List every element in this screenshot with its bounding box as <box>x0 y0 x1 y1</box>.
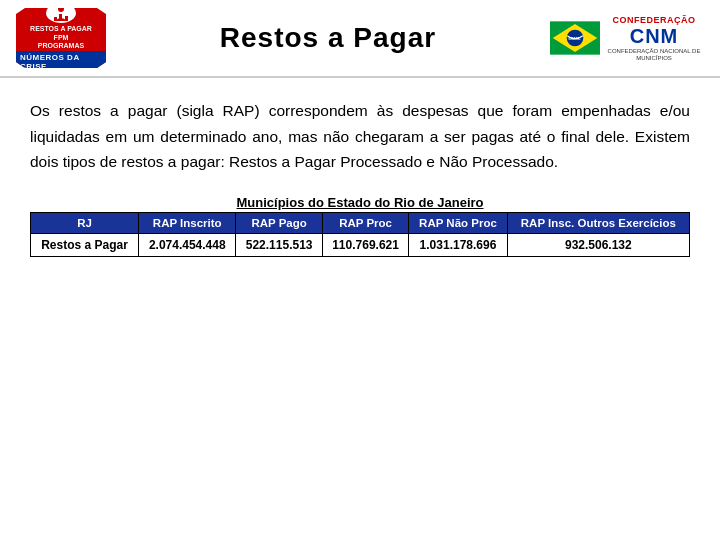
svg-rect-3 <box>65 16 68 21</box>
description-text: Os restos a pagar (sigla RAP) correspond… <box>30 98 690 175</box>
logo-icon <box>46 3 76 23</box>
logo-left: RESTOS A PAGAR FPM PROGRAMAS NÚMEROS DA … <box>16 8 106 68</box>
main-content: Os restos a pagar (sigla RAP) correspond… <box>0 78 720 540</box>
cnm-logo: CONFEDERAÇÃO CNM CONFEDERAÇÃO NACIONAL D… <box>604 15 704 61</box>
svg-rect-2 <box>59 14 62 21</box>
cell-rap-inscrito: 2.074.454.448 <box>139 233 236 256</box>
logo-right: BRASIL CONFEDERAÇÃO CNM CONFEDERAÇÃO NAC… <box>550 15 704 61</box>
cell-rap-insc-outros: 932.506.132 <box>507 233 689 256</box>
svg-rect-1 <box>54 17 57 21</box>
cnm-acronym: CNM <box>630 25 679 48</box>
col-rj: RJ <box>31 212 139 233</box>
table-title: Municípios do Estado do Rio de Janeiro <box>236 195 483 210</box>
cell-label: Restos a Pagar <box>31 233 139 256</box>
brazil-flag-icon: BRASIL <box>550 21 600 55</box>
col-rap-nao-proc: RAP Não Proc <box>409 212 507 233</box>
col-rap-proc: RAP Proc <box>322 212 408 233</box>
cell-rap-nao-proc: 1.031.178.696 <box>409 233 507 256</box>
col-rap-insc-outros: RAP Insc. Outros Exercícios <box>507 212 689 233</box>
col-rap-inscrito: RAP Inscrito <box>139 212 236 233</box>
cell-rap-pago: 522.115.513 <box>236 233 322 256</box>
cnm-fullname: CONFEDERAÇÃO NACIONAL DE MUNICÍPIOS <box>604 48 704 61</box>
logo-left-text: RESTOS A PAGAR FPM PROGRAMAS <box>30 25 92 50</box>
table-section: Municípios do Estado do Rio de Janeiro R… <box>30 195 690 257</box>
data-table: RJ RAP Inscrito RAP Pago RAP Proc RAP Nã… <box>30 212 690 257</box>
svg-text:BRASIL: BRASIL <box>569 37 581 41</box>
logo-numbers: NÚMEROS DA CRISE <box>16 51 106 73</box>
cell-rap-proc: 110.769.621 <box>322 233 408 256</box>
svg-point-0 <box>58 6 64 12</box>
header: RESTOS A PAGAR FPM PROGRAMAS NÚMEROS DA … <box>0 0 720 78</box>
page-title: Restos a Pagar <box>106 22 550 54</box>
page: RESTOS A PAGAR FPM PROGRAMAS NÚMEROS DA … <box>0 0 720 540</box>
table-row: Restos a Pagar 2.074.454.448 522.115.513… <box>31 233 690 256</box>
cnm-tagline: CONFEDERAÇÃO <box>612 15 695 25</box>
table-header-row: RJ RAP Inscrito RAP Pago RAP Proc RAP Nã… <box>31 212 690 233</box>
col-rap-pago: RAP Pago <box>236 212 322 233</box>
